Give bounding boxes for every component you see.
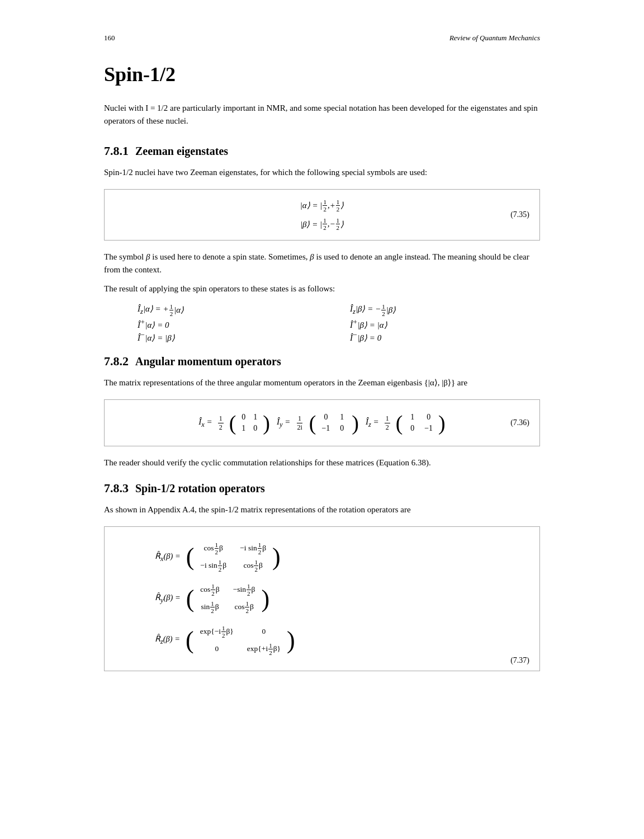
section-782-after: The reader should verify the cyclic comm… bbox=[104, 456, 540, 469]
section-781-heading: 7.8.1 Zeeman eigenstates bbox=[104, 144, 540, 158]
intro-text: Nuclei with I = 1/2 are particularly imp… bbox=[104, 103, 538, 125]
section-783-number: 7.8.3 bbox=[104, 481, 129, 496]
section-782-title: Angular momentum operators bbox=[135, 355, 281, 368]
section-783-title: Spin-1/2 rotation operators bbox=[135, 482, 265, 495]
spin-op-iplus-alpha: Î+|α⟩ = 0 bbox=[138, 318, 328, 330]
eq-736-ix: Îx = 1 2 ( 0 1 1 0 ) bbox=[198, 412, 270, 433]
eq-735-number: (7.35) bbox=[510, 210, 529, 219]
section-781-title: Zeeman eigenstates bbox=[135, 145, 228, 158]
section-783-heading: 7.8.3 Spin-1/2 rotation operators bbox=[104, 481, 540, 496]
eq-737-number: (7.37) bbox=[510, 656, 529, 665]
section-781-result-text: The result of applying the spin operator… bbox=[104, 282, 540, 295]
section-782-number: 7.8.2 bbox=[104, 354, 129, 369]
intro-paragraph: Nuclei with I = 1/2 are particularly imp… bbox=[104, 102, 540, 128]
eq-735-content: |α⟩ = | 12 ,+ 12 ⟩ |β⟩ = | 12 ,− 12 ⟩ bbox=[121, 199, 523, 231]
eq-735-line1: |α⟩ = | 12 ,+ 12 ⟩ bbox=[300, 199, 344, 213]
rotation-ry: R̂y(β) = ( cos12β −sin12β sin12β cos12β bbox=[155, 583, 269, 614]
spin-op-iz-alpha: Îz|α⟩ = + 12 |α⟩ bbox=[138, 303, 328, 317]
equation-box-737: R̂x(β) = ( cos12β −i sin12β −i sin12β co… bbox=[104, 526, 540, 671]
eq-736-iy: Îy = 1 2i ( 0 1 −1 0 ) bbox=[277, 412, 359, 433]
equation-box-736: Îx = 1 2 ( 0 1 1 0 ) Îy = 1 bbox=[104, 399, 540, 446]
spin-op-iz-beta: Îz|β⟩ = − 12 |β⟩ bbox=[350, 303, 540, 317]
rotation-block: R̂x(β) = ( cos12β −i sin12β −i sin12β co… bbox=[121, 541, 523, 656]
section-783-intro: As shown in Appendix A.4, the spin-1/2 m… bbox=[104, 503, 540, 516]
eq-736-iz: Îz = 1 2 ( 1 0 0 −1 ) bbox=[366, 412, 446, 433]
rotation-rx: R̂x(β) = ( cos12β −i sin12β −i sin12β co… bbox=[155, 541, 281, 573]
spin-operators-grid: Îz|α⟩ = + 12 |α⟩ Îz|β⟩ = − 12 |β⟩ Î+|α⟩ … bbox=[138, 303, 540, 343]
chapter-title: Spin-1/2 bbox=[104, 63, 540, 86]
rotation-rz: R̂z(β) = ( exp{−i12β} 0 0 exp{+i12β} ) bbox=[155, 625, 295, 656]
page: 160 Review of Quantum Mechanics Spin-1/2… bbox=[104, 0, 540, 715]
eq-736-row: Îx = 1 2 ( 0 1 1 0 ) Îy = 1 bbox=[121, 412, 523, 433]
header-title: Review of Quantum Mechanics bbox=[449, 34, 540, 43]
equation-box-735: |α⟩ = | 12 ,+ 12 ⟩ |β⟩ = | 12 ,− 12 ⟩ (7… bbox=[104, 189, 540, 241]
spin-op-iminus-alpha: Î−|α⟩ = |β⟩ bbox=[138, 331, 328, 343]
section-782-intro: The matrix representations of the three … bbox=[104, 376, 540, 389]
section-781-body: Spin-1/2 nuclei have two Zeeman eigensta… bbox=[104, 166, 540, 179]
page-header: 160 Review of Quantum Mechanics bbox=[104, 34, 540, 43]
spin-op-iminus-beta: Î−|β⟩ = 0 bbox=[350, 331, 540, 343]
spin-op-iplus-beta: Î+|β⟩ = |α⟩ bbox=[350, 318, 540, 330]
section-781-after: The symbol β is used here to denote a sp… bbox=[104, 251, 540, 277]
eq-736-number: (7.36) bbox=[510, 418, 529, 427]
section-781-number: 7.8.1 bbox=[104, 144, 129, 158]
eq-735-line2: |β⟩ = | 12 ,− 12 ⟩ bbox=[300, 217, 344, 231]
section-782-heading: 7.8.2 Angular momentum operators bbox=[104, 354, 540, 369]
page-number: 160 bbox=[104, 34, 115, 43]
